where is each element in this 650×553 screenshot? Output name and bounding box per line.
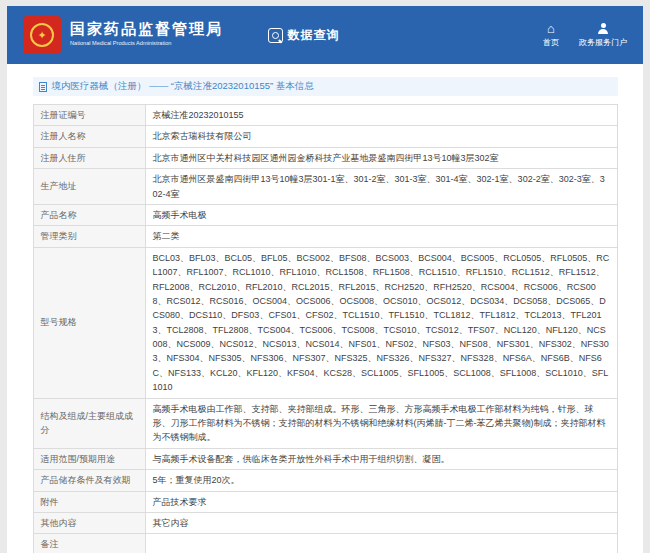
- row-label: 管理类别: [33, 226, 145, 247]
- page: ✦ 国家药品监督管理局 National Medical Products Ad…: [7, 6, 643, 553]
- row-value: 其它内容: [145, 512, 617, 533]
- header: ✦ 国家药品监督管理局 National Medical Products Ad…: [7, 6, 643, 64]
- document-icon: [39, 82, 47, 92]
- row-value: 5年；重复使用20次。: [145, 470, 617, 491]
- nav-home[interactable]: ⌂ 首页: [543, 23, 559, 48]
- nav-gov-portal-label: 政务服务门户: [579, 37, 627, 48]
- row-label: 生产地址: [33, 169, 145, 205]
- row-label: 适用范围/预期用途: [33, 448, 145, 469]
- home-icon: ⌂: [547, 23, 555, 35]
- row-value: 高频手术电极: [145, 204, 617, 225]
- row-value: 北京索古瑞科技有限公司: [145, 126, 617, 147]
- org-name-cn: 国家药品监督管理局: [70, 20, 234, 39]
- row-label: 结构及组成/主要组成成分: [33, 398, 145, 448]
- row-label: 注册证编号: [33, 105, 145, 126]
- row-label: 注册人名称: [33, 126, 145, 147]
- data-query-label: 数据查询: [288, 27, 340, 44]
- person-icon: [597, 23, 610, 35]
- table-row: 附件 产品技术要求: [33, 491, 617, 512]
- row-value: 京械注准20232010155: [145, 105, 617, 126]
- breadcrumb-text: 境内医疗器械（注册） —— “京械注准20232010155” 基本信息: [52, 80, 314, 93]
- row-label: 产品名称: [33, 204, 145, 225]
- table-row: 备注: [33, 534, 617, 553]
- search-icon: [268, 28, 283, 43]
- table-row: 其他内容 其它内容: [33, 512, 617, 533]
- emblem-icon: ✦: [30, 23, 54, 47]
- row-label: 型号规格: [33, 247, 145, 398]
- table-row: 管理类别 第二类: [33, 226, 617, 247]
- registration-info-table: 注册证编号 京械注准20232010155 注册人名称 北京索古瑞科技有限公司 …: [33, 104, 618, 553]
- data-query[interactable]: 数据查询: [268, 27, 340, 44]
- row-value: [145, 534, 617, 553]
- row-value: 高频手术电极由工作部、支持部、夹持部组成。环形、三角形、方形高频手术电极工作部材…: [145, 398, 617, 448]
- nav-home-label: 首页: [543, 37, 559, 48]
- table-row: 型号规格 BCL03、BFL03、BCL05、BFL05、BCS002、BFS0…: [33, 247, 617, 398]
- row-label: 注册人住所: [33, 147, 145, 168]
- table-row: 结构及组成/主要组成成分 高频手术电极由工作部、支持部、夹持部组成。环形、三角形…: [33, 398, 617, 448]
- table-row: 注册人名称 北京索古瑞科技有限公司: [33, 126, 617, 147]
- breadcrumb: 境内医疗器械（注册） —— “京械注准20232010155” 基本信息: [33, 77, 618, 96]
- org-name: 国家药品监督管理局 National Medical Products Admi…: [70, 20, 234, 50]
- row-value: 与高频手术设备配套，供临床各类开放性外科手术中用于组织切割、凝固。: [145, 448, 617, 469]
- table-row: 产品储存条件及有效期 5年；重复使用20次。: [33, 470, 617, 491]
- row-value: 北京市通州区中关村科技园区通州园金桥科技产业基地景盛南四街甲13号10幢3层30…: [145, 147, 617, 168]
- table-row: 注册证编号 京械注准20232010155: [33, 105, 617, 126]
- table-row: 产品名称 高频手术电极: [33, 204, 617, 225]
- row-label: 其他内容: [33, 512, 145, 533]
- row-value: 北京市通州区景盛南四街甲13号10幢3层301-1室、301-2室、301-3室…: [145, 169, 617, 205]
- nav-gov-portal[interactable]: 政务服务门户: [579, 23, 627, 48]
- nmpa-logo: ✦: [23, 16, 61, 54]
- row-label: 附件: [33, 491, 145, 512]
- row-label: 产品储存条件及有效期: [33, 470, 145, 491]
- table-row: 注册人住所 北京市通州区中关村科技园区通州园金桥科技产业基地景盛南四街甲13号1…: [33, 147, 617, 168]
- row-label: 备注: [33, 534, 145, 553]
- row-value: 产品技术要求: [145, 491, 617, 512]
- row-value: 第二类: [145, 226, 617, 247]
- table-row: 生产地址 北京市通州区景盛南四街甲13号10幢3层301-1室、301-2室、3…: [33, 169, 617, 205]
- table-row: 适用范围/预期用途 与高频手术设备配套，供临床各类开放性外科手术中用于组织切割、…: [33, 448, 617, 469]
- org-name-en: National Medical Products Administration: [70, 40, 171, 46]
- header-nav: ⌂ 首页 政务服务门户: [543, 23, 627, 48]
- row-value: BCL03、BFL03、BCL05、BFL05、BCS002、BFS08、BCS…: [145, 247, 617, 398]
